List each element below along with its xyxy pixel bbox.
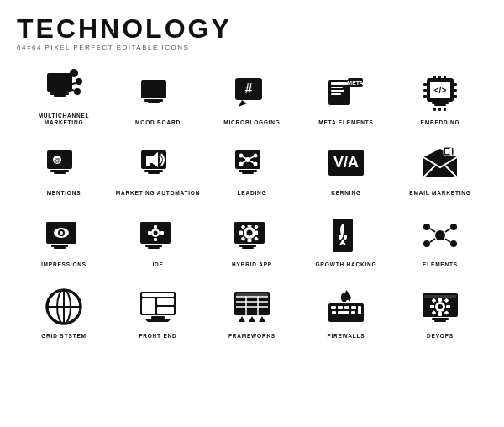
elements-label: ELEMENTS <box>423 261 458 268</box>
svg-point-105 <box>339 235 342 240</box>
svg-rect-87 <box>140 222 171 225</box>
svg-rect-31 <box>434 104 446 106</box>
icon-cell-grid-system[interactable]: GRID SYSTEM <box>17 273 111 345</box>
front-end-label: FRONT END <box>139 333 176 340</box>
svg-rect-35 <box>433 108 436 111</box>
svg-rect-23 <box>331 93 341 95</box>
svg-rect-14 <box>144 99 163 102</box>
svg-text:</>: </> <box>434 86 447 95</box>
svg-marker-18 <box>239 100 247 107</box>
icon-cell-email-marketing[interactable]: EMAIL MARKETING <box>393 131 487 203</box>
svg-rect-64 <box>239 170 257 172</box>
svg-rect-47 <box>50 170 69 172</box>
icon-cell-elements[interactable]: ELEMENTS <box>393 202 487 273</box>
svg-rect-43 <box>454 95 457 98</box>
front-end-icon <box>136 285 180 329</box>
svg-point-3 <box>70 69 78 77</box>
svg-rect-37 <box>444 108 446 111</box>
meta-elements-icon: META <box>324 71 368 115</box>
svg-rect-123 <box>142 298 155 314</box>
icon-cell-kerning[interactable]: V/A KERNING <box>299 131 393 203</box>
svg-rect-102 <box>239 245 256 247</box>
svg-text:V/A: V/A <box>333 154 359 171</box>
svg-rect-32 <box>433 76 436 79</box>
svg-rect-88 <box>145 245 162 247</box>
svg-rect-101 <box>234 222 265 225</box>
svg-rect-1 <box>50 92 69 95</box>
meta-elements-label: META ELEMENTS <box>318 119 373 126</box>
grid-system-label: GRID SYSTEM <box>41 333 87 340</box>
svg-rect-85 <box>148 231 151 235</box>
embedding-label: EMBEDDING <box>421 119 460 126</box>
svg-rect-48 <box>54 172 66 174</box>
marketing-automation-icon <box>136 142 180 186</box>
leading-icon <box>230 142 274 186</box>
grid-system-icon <box>42 285 86 329</box>
svg-rect-12 <box>154 88 159 92</box>
microblogging-label: MICROBLOGGING <box>223 119 280 126</box>
email-marketing-label: EMAIL MARKETING <box>409 190 470 197</box>
svg-point-106 <box>344 235 347 240</box>
kerning-icon: V/A <box>324 142 368 186</box>
devops-icon <box>418 285 462 329</box>
growth-hacking-label: GROWTH HACKING <box>316 261 377 268</box>
icon-cell-marketing-automation[interactable]: MARKETING AUTOMATION <box>111 131 205 203</box>
icon-cell-multichannel-marketing[interactable]: MULTICHANNEL MARKETING <box>17 60 111 131</box>
ide-icon <box>136 214 180 257</box>
svg-rect-20 <box>331 82 348 85</box>
svg-text:#: # <box>245 82 253 96</box>
icon-cell-front-end[interactable]: FRONT END <box>111 273 205 345</box>
svg-rect-140 <box>344 306 349 309</box>
icon-cell-hybrid-app[interactable]: HYBRID APP <box>205 202 299 273</box>
svg-marker-134 <box>239 316 245 322</box>
icon-cell-mood-board[interactable]: MOOD BOARD <box>111 60 205 131</box>
multichannel-marketing-icon <box>42 65 86 108</box>
svg-rect-94 <box>248 239 252 242</box>
icon-cell-growth-hacking[interactable]: GROWTH HACKING <box>299 202 393 273</box>
icon-cell-mentions[interactable]: @ MENTIONS <box>17 131 111 203</box>
svg-rect-15 <box>148 102 160 103</box>
email-marketing-icon <box>418 142 462 186</box>
svg-text:META: META <box>347 80 363 86</box>
svg-rect-52 <box>144 170 163 172</box>
icon-cell-devops[interactable]: DEVOPS <box>393 273 487 345</box>
icon-cell-embedding[interactable]: </> EMBEDDING <box>393 60 487 131</box>
embedding-icon: </> <box>418 71 462 115</box>
svg-rect-68 <box>328 150 364 155</box>
icon-cell-ide[interactable]: IDE <box>111 202 205 273</box>
icon-cell-impressions[interactable]: IMPRESSIONS <box>17 202 111 273</box>
microblogging-icon: # <box>230 71 274 115</box>
svg-rect-33 <box>438 76 441 79</box>
svg-point-108 <box>423 224 430 230</box>
icon-cell-meta-elements[interactable]: META META ELEMENTS <box>299 60 393 131</box>
icon-cell-firewalls[interactable]: FIREWALLS <box>299 273 393 345</box>
kerning-label: KERNING <box>331 190 361 197</box>
frameworks-label: FRAMEWORKS <box>228 333 276 340</box>
svg-rect-141 <box>351 306 356 309</box>
svg-rect-159 <box>434 320 446 322</box>
mood-board-icon <box>136 71 180 115</box>
svg-line-113 <box>445 229 450 232</box>
firewalls-icon <box>324 285 368 329</box>
svg-point-82 <box>154 230 158 235</box>
svg-rect-143 <box>338 311 349 314</box>
svg-line-115 <box>445 239 450 242</box>
svg-rect-13 <box>144 91 152 95</box>
svg-rect-103 <box>242 247 254 249</box>
icon-cell-microblogging[interactable]: # MICROBLOGGING <box>205 60 299 131</box>
svg-rect-84 <box>154 238 157 241</box>
frameworks-icon <box>230 285 274 329</box>
svg-rect-79 <box>54 247 66 249</box>
marketing-automation-label: MARKETING AUTOMATION <box>116 190 200 197</box>
icon-cell-frameworks[interactable]: FRAMEWORKS <box>205 273 299 345</box>
svg-line-112 <box>430 229 435 232</box>
svg-rect-158 <box>432 318 449 320</box>
leading-label: LEADING <box>238 190 267 197</box>
svg-rect-95 <box>239 230 243 235</box>
svg-rect-139 <box>338 306 343 309</box>
svg-rect-42 <box>454 89 457 92</box>
svg-rect-78 <box>51 245 68 247</box>
svg-rect-124 <box>157 298 174 305</box>
icon-cell-leading[interactable]: LEADING <box>205 131 299 203</box>
svg-point-109 <box>450 224 457 230</box>
